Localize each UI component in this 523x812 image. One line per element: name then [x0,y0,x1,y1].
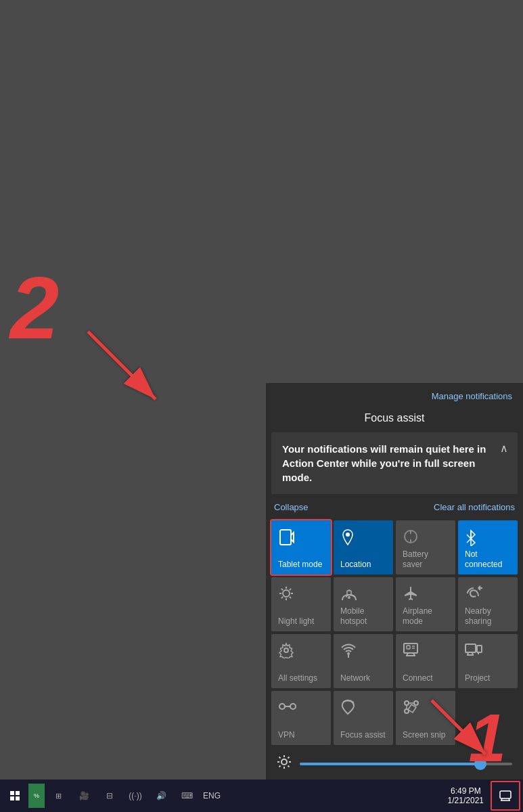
quick-tile-mobile-hotspot[interactable]: Mobile hotspot [334,577,393,631]
bluetooth-icon [465,528,477,550]
svg-line-14 [290,597,291,598]
chevron-up-icon[interactable]: ∧ [500,442,508,455]
quick-tile-airplane-mode[interactable]: Airplane mode [396,577,455,631]
svg-rect-0 [280,530,291,545]
action-center-controls: Collapse Clear all notifications [266,499,523,518]
quick-tile-vpn[interactable]: VPN [271,691,331,745]
svg-rect-61 [16,791,20,795]
svg-line-57 [288,766,290,767]
svg-line-59 [279,766,281,767]
notification-card: Your notifications will remain quiet her… [271,432,518,494]
nearby-sharing-icon [465,585,482,606]
taskbar-clock[interactable]: 6:49 PM 1/21/2021 [442,786,489,805]
svg-rect-32 [407,646,410,649]
focus-assist-icon [340,699,355,719]
taskbar: % ⊞ 🎥 ⊟ ((·)) 🔊 ⌨ ENG 6:49 PM 1/21/2021 [0,780,523,812]
taskbar-app-indicator: % [28,784,45,808]
quick-tile-all-settings[interactable]: All settings [271,634,331,688]
svg-rect-62 [10,796,14,800]
quick-tile-night-light[interactable]: Night light [271,577,331,631]
svg-line-6 [467,535,471,539]
svg-point-42 [290,704,296,709]
svg-rect-63 [16,796,20,800]
quick-tile-connect[interactable]: Connect [396,634,455,688]
action-center-button[interactable] [491,781,520,811]
night-light-label: Night light [278,616,314,626]
vpn-icon [278,699,297,718]
quick-tile-tablet-mode[interactable]: Tablet mode [271,520,331,574]
project-label: Project [465,673,490,683]
taskbar-language[interactable]: ENG [200,791,223,800]
svg-point-8 [283,590,290,597]
brightness-icon [277,754,292,773]
svg-line-15 [290,589,291,590]
location-label: Location [340,560,371,569]
clock-date: 1/21/2021 [448,796,484,805]
svg-line-13 [281,589,283,590]
connect-label: Connect [403,673,433,683]
airplane-mode-label: Airplane mode [403,606,449,626]
quick-tile-network[interactable]: Network [334,634,393,688]
svg-rect-35 [465,644,476,652]
taskbar-left-area: % ⊞ 🎥 ⊟ ((·)) 🔊 ⌨ ENG [0,784,226,808]
clear-all-button[interactable]: Clear all notifications [434,502,515,512]
svg-line-16 [281,597,283,598]
quick-tile-nearby-sharing[interactable]: Nearby sharing [458,577,518,631]
night-light-icon [278,585,294,606]
arrow-to-action-center [405,687,513,768]
airplane-mode-icon [403,585,419,606]
project-icon [465,642,482,661]
not-connected-label: Not connected [465,549,511,569]
nearby-sharing-label: Nearby sharing [465,606,511,626]
start-button[interactable] [3,784,27,808]
mobile-hotspot-label: Mobile hotspot [340,606,386,626]
quick-tile-not-connected[interactable]: Not connected [458,520,518,574]
svg-line-58 [288,757,290,759]
all-settings-label: All settings [278,673,317,683]
battery-saver-label: Battery saver [403,549,449,569]
svg-line-7 [467,539,471,543]
network-label: Network [340,673,370,683]
manage-notifications-link[interactable]: Manage notifications [266,383,523,407]
focus-assist-tile-label: Focus assist [340,730,386,740]
taskbar-wifi-icon[interactable]: ((·)) [123,784,147,808]
svg-line-56 [279,757,281,759]
svg-point-17 [348,596,350,599]
svg-point-51 [281,759,287,765]
svg-rect-64 [500,791,511,798]
svg-rect-60 [10,791,14,795]
clock-time: 6:49 PM [448,786,484,796]
arrow-to-tablet-mode [47,318,169,413]
quick-tile-project[interactable]: Project [458,634,518,688]
taskbar-device-icon[interactable]: ⊟ [97,784,122,808]
svg-rect-28 [404,644,417,653]
taskbar-right-area: 6:49 PM 1/21/2021 [442,781,523,811]
battery-saver-icon [403,528,419,549]
mobile-hotspot-icon [340,585,358,606]
svg-rect-39 [477,646,482,652]
collapse-button[interactable]: Collapse [274,502,309,512]
all-settings-icon [278,642,294,662]
quick-tile-battery-saver[interactable]: Battery saver [396,520,455,574]
taskbar-icon-1[interactable]: ⊞ [46,784,70,808]
taskbar-keyboard-icon[interactable]: ⌨ [175,784,199,808]
taskbar-camera-icon[interactable]: 🎥 [72,784,96,808]
svg-point-41 [279,704,285,709]
tablet-mode-icon [278,528,296,550]
connect-icon [403,642,419,661]
vpn-label: VPN [278,730,295,740]
notification-text: Your notifications will remain quiet her… [282,442,507,484]
network-icon [340,642,357,662]
svg-point-26 [347,652,350,655]
tablet-mode-label: Tablet mode [278,560,322,569]
quick-tile-location[interactable]: Location [334,520,393,574]
svg-point-1 [346,533,350,537]
location-icon [340,528,355,550]
quick-tile-focus-assist[interactable]: Focus assist [334,691,393,745]
focus-assist-title: Focus assist [266,407,523,432]
svg-point-25 [284,648,288,652]
taskbar-volume-icon[interactable]: 🔊 [149,784,173,808]
